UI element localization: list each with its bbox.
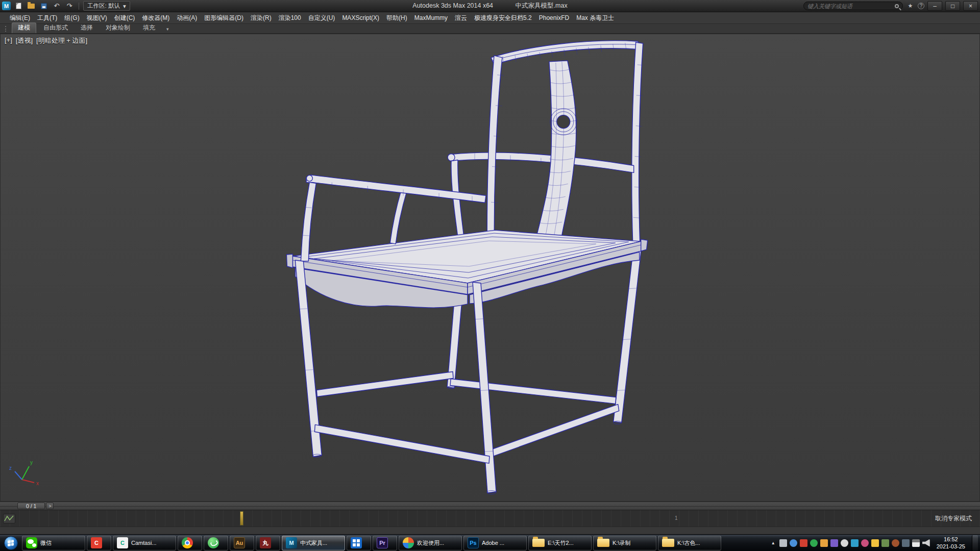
armrest-left-end-cap (306, 175, 312, 181)
viewport[interactable]: [+] [透视] [明暗处理 + 边面] (0, 34, 980, 502)
menu-views[interactable]: 视图(V) (83, 13, 111, 23)
tray-icon[interactable] (841, 539, 848, 547)
menu-rendercloud[interactable]: 渲云 (451, 13, 471, 23)
tray-icon[interactable] (800, 539, 807, 547)
save-file-button[interactable] (39, 2, 49, 11)
tab-object-paint[interactable]: 对象绘制 (100, 23, 136, 33)
menu-customize[interactable]: 自定义(U) (305, 13, 339, 23)
back-post-right (632, 42, 643, 242)
tray-icon[interactable] (892, 539, 899, 547)
ribbon-tab-bar: 建模 自由形式 选择 对象绘制 填充 ▾ (0, 24, 980, 34)
splat-opening (557, 115, 570, 129)
open-folder-icon (28, 4, 35, 9)
tray-icon[interactable] (779, 539, 787, 547)
seat-corner-left (286, 254, 292, 268)
taskbar-clock[interactable]: 16:52 2021-03-25 (937, 536, 965, 550)
folder-icon (597, 539, 609, 547)
menu-edit[interactable]: 编辑(E) (6, 13, 34, 23)
next-frame-button[interactable]: > (46, 503, 54, 509)
taskbar-folder-k-antique[interactable]: K:\古色... (658, 536, 721, 550)
tray-icon[interactable] (851, 539, 859, 547)
menu-group[interactable]: 组(G) (61, 13, 83, 23)
menu-phoenixfd[interactable]: PhoenixFD (535, 13, 573, 22)
time-slider-track[interactable] (0, 506, 980, 507)
menu-rendering[interactable]: 渲染(R) (247, 13, 275, 23)
tab-freeform[interactable]: 自由形式 (38, 23, 74, 33)
taskbar-3dsmax[interactable]: M 中式家具... (282, 536, 345, 550)
viewport-shading-menu[interactable]: [明暗处理 + 边面] (36, 36, 87, 45)
tray-icon[interactable] (861, 539, 869, 547)
taskbar-blue-grid-app[interactable] (347, 536, 371, 550)
minimize-button[interactable]: – (927, 1, 942, 11)
arm-front-post (301, 182, 316, 261)
taskbar-folder-k-record[interactable]: K:\录制 (593, 536, 656, 550)
tray-icon[interactable] (871, 539, 879, 547)
workspace-selector[interactable]: 工作区: 默认 ▾ (83, 1, 130, 11)
tray-icon[interactable] (790, 539, 797, 547)
save-icon (41, 3, 47, 9)
taskbar-audition[interactable]: Au (230, 536, 254, 550)
close-button[interactable]: × (963, 1, 978, 11)
new-scene-button[interactable] (13, 2, 23, 11)
tray-icon[interactable] (881, 539, 889, 547)
taskbar-green-app[interactable] (204, 536, 228, 550)
world-axis-gizmo: x y z (7, 457, 44, 491)
tray-icon[interactable] (830, 539, 838, 547)
system-tray: ▲ 16:52 2021-03-25 (770, 535, 979, 551)
open-file-button[interactable] (26, 2, 36, 11)
network-icon[interactable] (912, 539, 920, 547)
menu-archive-tool[interactable]: 极速瘦身安全归档5.2 (471, 13, 535, 23)
menu-help[interactable]: 帮助(H) (383, 13, 411, 23)
maximize-button[interactable]: □ (945, 1, 960, 11)
search-icon[interactable] (895, 4, 899, 8)
taskbar-premiere[interactable]: Pr (373, 536, 397, 550)
y-axis-icon (22, 466, 29, 480)
title-bar: M ↶ ↷ 工作区: 默认 ▾ Autodesk 3ds Max 2014 x6… (0, 0, 980, 12)
start-button[interactable] (1, 535, 20, 551)
taskbar-folder-e[interactable]: E:\天竹2... (528, 536, 592, 550)
show-desktop-button[interactable] (972, 535, 978, 551)
taskbar-welcome-dialog[interactable]: 欢迎使用... (399, 536, 462, 550)
menu-modifiers[interactable]: 修改器(M) (138, 13, 173, 23)
ribbon-collapse-icon[interactable]: ▾ (166, 27, 169, 32)
cancel-expert-mode-button[interactable]: 取消专家模式 (932, 514, 975, 523)
app-logo-icon[interactable]: M (2, 2, 11, 10)
help-icon[interactable]: ? (918, 3, 924, 9)
taskbar-camtasia[interactable]: C Camtasi... (113, 536, 176, 550)
tray-icon[interactable] (810, 539, 818, 547)
taskbar-photoshop[interactable]: Ps Adobe ... (463, 536, 527, 550)
menu-animation[interactable]: 动画(A) (173, 13, 201, 23)
track-bar[interactable]: 1 取消专家模式 (0, 510, 980, 527)
ribbon-grip[interactable] (5, 26, 7, 32)
menu-render100[interactable]: 渲染100 (275, 13, 305, 23)
redo-button[interactable]: ↷ (64, 2, 75, 11)
tab-modeling[interactable]: 建模 (12, 22, 36, 33)
taskbar-chrome[interactable] (178, 536, 202, 550)
audition-icon: Au (234, 537, 245, 548)
taskbar-wan-app[interactable]: 丸 (256, 536, 280, 550)
menu-tools[interactable]: 工具(T) (34, 13, 61, 23)
menu-antivirus[interactable]: Max 杀毒卫士 (573, 13, 618, 23)
menu-maxscript[interactable]: MAXScript(X) (338, 13, 383, 22)
favorites-star-icon[interactable]: ★ (906, 3, 915, 9)
volume-icon[interactable] (922, 539, 930, 547)
timeline-key-marker[interactable] (240, 511, 243, 525)
menu-create[interactable]: 创建(C) (111, 13, 139, 23)
tray-icon[interactable] (820, 539, 828, 547)
taskbar-wechat[interactable]: 微信 (22, 536, 85, 550)
tray-icon[interactable] (902, 539, 910, 547)
menu-graph-editors[interactable]: 图形编辑器(D) (201, 13, 247, 23)
menu-maxmummy[interactable]: MaxMummy (411, 13, 451, 22)
hidden-icons-arrow[interactable]: ▲ (770, 541, 777, 545)
viewport-pov-menu[interactable]: [透视] (16, 36, 33, 45)
tab-selection[interactable]: 选择 (75, 23, 99, 33)
chair-model[interactable] (1, 34, 979, 501)
mini-curve-editor-button[interactable] (3, 514, 15, 523)
undo-button[interactable]: ↶ (52, 2, 62, 11)
search-input[interactable] (807, 3, 892, 9)
time-slider-grip[interactable]: 0 / 1 (17, 503, 45, 509)
tab-populate[interactable]: 填充 (137, 23, 161, 33)
taskbar-recorder[interactable]: C (87, 536, 111, 550)
windows-start-icon (4, 536, 18, 550)
viewport-general-menu[interactable]: [+] (5, 36, 12, 45)
